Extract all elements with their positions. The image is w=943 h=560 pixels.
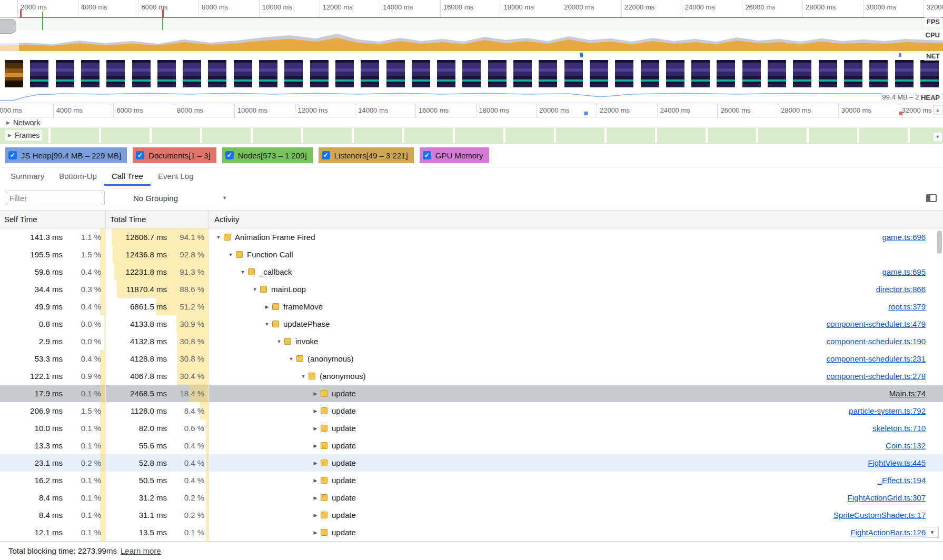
grid-scroll-down-button[interactable]: ▼	[926, 527, 939, 538]
overview-ruler[interactable]: 2000 ms4000 ms6000 ms8000 ms10000 ms1200…	[0, 0, 943, 17]
tab-summary[interactable]: Summary	[3, 167, 52, 186]
screenshot-thumbnail[interactable]	[539, 60, 557, 87]
source-link[interactable]: Coin.ts:132	[886, 441, 943, 450]
expander-icon[interactable]: ▶	[311, 513, 320, 518]
column-header-activity[interactable]: Activity	[209, 211, 943, 228]
expander-icon[interactable]: ▶	[263, 304, 271, 309]
screenshot-thumbnail[interactable]	[5, 60, 23, 87]
expander-icon[interactable]: ▶	[311, 530, 320, 535]
screenshot-thumbnail[interactable]	[691, 60, 710, 87]
table-row[interactable]: 49.9 ms 0.4 % 6861.5 ms 51.2 % ▶ frameMo…	[0, 298, 943, 315]
heap-overview-lane[interactable]: 99.4 MB – 229 MB HEAP	[0, 88, 943, 103]
screenshot-thumbnail[interactable]	[234, 60, 252, 87]
screenshot-thumbnail[interactable]	[844, 60, 862, 87]
screenshot-thumbnail[interactable]	[462, 60, 481, 87]
expander-icon[interactable]: ▶	[311, 426, 320, 431]
column-header-total-time[interactable]: Total Time	[106, 211, 209, 228]
expander-icon[interactable]: ▶	[311, 478, 320, 483]
checkbox-icon[interactable]: ✓	[423, 151, 431, 159]
screenshot-thumbnail[interactable]	[132, 60, 151, 87]
screenshot-thumbnail[interactable]	[56, 60, 74, 87]
screenshot-thumbnail[interactable]	[106, 60, 125, 87]
source-link[interactable]: particle-system.ts:792	[849, 406, 943, 415]
column-header-self-time[interactable]: Self Time	[0, 211, 106, 228]
screenshot-thumbnail[interactable]	[284, 60, 303, 87]
source-link[interactable]: component-scheduler.ts:479	[827, 319, 943, 328]
table-row[interactable]: 0.8 ms 0.0 % 4133.8 ms 30.9 % ▼ updatePh…	[0, 315, 943, 333]
source-link[interactable]: Main.ts:74	[889, 389, 943, 398]
table-row[interactable]: 23.1 ms 0.2 % 52.8 ms 0.4 % ▶ update Fig…	[0, 454, 943, 472]
overview-selection-handle[interactable]	[0, 19, 16, 34]
tab-event-log[interactable]: Event Log	[151, 167, 201, 186]
counter-toggle-js-heap[interactable]: ✓ JS Heap[99.4 MB – 229 MB]	[5, 147, 127, 163]
source-link[interactable]: FightActionGrid.ts:307	[848, 493, 943, 502]
expander-icon[interactable]: ▼	[275, 339, 283, 344]
screenshot-thumbnail[interactable]	[437, 60, 455, 87]
screenshot-thumbnail[interactable]	[920, 60, 939, 87]
source-link[interactable]: game.ts:695	[882, 267, 943, 276]
fps-overview-lane[interactable]: FPS	[0, 17, 943, 30]
screenshot-thumbnail[interactable]	[615, 60, 633, 87]
expander-icon[interactable]: ▶	[311, 443, 320, 448]
grid-scrollbar-thumb[interactable]	[937, 231, 942, 254]
screenshot-thumbnail[interactable]	[386, 60, 405, 87]
checkbox-icon[interactable]: ✓	[8, 151, 17, 159]
track-network[interactable]: ▶ Network	[0, 118, 943, 128]
table-row[interactable]: 8.4 ms 0.1 % 31.1 ms 0.2 % ▶ update Spri…	[0, 506, 943, 524]
screenshot-thumbnail[interactable]	[717, 60, 735, 87]
expander-icon[interactable]: ▶	[311, 408, 320, 414]
table-row[interactable]: 17.9 ms 0.1 % 2468.5 ms 18.4 % ▶ update …	[0, 385, 943, 402]
counter-toggle-nodes[interactable]: ✓ Nodes[573 – 1 209]	[222, 147, 313, 163]
expander-icon[interactable]: ▼	[251, 287, 259, 292]
expander-icon[interactable]: ▶	[311, 391, 320, 396]
table-row[interactable]: 10.0 ms 0.1 % 82.0 ms 0.6 % ▶ update ske…	[0, 419, 943, 437]
screenshot-thumbnail[interactable]	[895, 60, 914, 87]
screenshot-thumbnail[interactable]	[666, 60, 684, 87]
source-link[interactable]: component-scheduler.ts:231	[827, 354, 943, 363]
expander-icon[interactable]: ▼	[287, 356, 295, 362]
screenshot-thumbnail[interactable]	[768, 60, 786, 87]
screenshot-thumbnail[interactable]	[590, 60, 608, 87]
table-row[interactable]: 53.3 ms 0.4 % 4128.8 ms 30.8 % ▼ (anonym…	[0, 350, 943, 367]
screenshot-thumbnail[interactable]	[564, 60, 583, 87]
chevron-right-icon[interactable]: ▶	[6, 120, 10, 125]
chevron-right-icon[interactable]: ▶	[8, 133, 12, 138]
source-link[interactable]: root.ts:379	[888, 302, 943, 311]
table-row[interactable]: 2.9 ms 0.0 % 4132.8 ms 30.8 % ▼ invoke c…	[0, 333, 943, 350]
screenshot-thumbnail[interactable]	[208, 60, 226, 87]
expander-icon[interactable]: ▼	[263, 322, 271, 327]
expander-icon[interactable]: ▼	[214, 235, 223, 240]
show-sidebar-button[interactable]	[926, 194, 937, 202]
checkbox-icon[interactable]: ✓	[225, 151, 234, 159]
source-link[interactable]: director.ts:866	[876, 285, 943, 294]
screenshot-thumbnail[interactable]	[335, 60, 354, 87]
screenshot-thumbnail[interactable]	[488, 60, 507, 87]
table-row[interactable]: 12.1 ms 0.1 % 13.5 ms 0.1 % ▶ update Fig…	[0, 524, 943, 541]
table-row[interactable]: 8.4 ms 0.1 % 31.2 ms 0.2 % ▶ update Figh…	[0, 489, 943, 506]
checkbox-icon[interactable]: ✓	[136, 151, 144, 159]
screenshot-thumbnail[interactable]	[793, 60, 811, 87]
source-link[interactable]: SpriteCustomShader.ts:17	[833, 511, 943, 519]
filter-input[interactable]	[5, 191, 105, 205]
counter-toggle-gpu-memory[interactable]: ✓ GPU Memory	[420, 147, 489, 163]
source-link[interactable]: component-scheduler.ts:190	[827, 337, 943, 346]
track-frames[interactable]: ▶ Frames	[0, 128, 943, 143]
screenshot-thumbnail[interactable]	[259, 60, 277, 87]
scroll-up-button[interactable]: ▲	[933, 105, 942, 115]
table-row[interactable]: 13.3 ms 0.1 % 55.6 ms 0.4 % ▶ update Coi…	[0, 437, 943, 454]
screenshot-thumbnail[interactable]	[641, 60, 659, 87]
screenshot-thumbnail[interactable]	[819, 60, 837, 87]
table-row[interactable]: 59.6 ms 0.4 % 12231.8 ms 91.3 % ▼ _callb…	[0, 263, 943, 281]
scroll-down-button[interactable]: ▼	[933, 132, 942, 142]
source-link[interactable]: skeleton.ts:710	[872, 424, 943, 433]
screenshot-thumbnail[interactable]	[81, 60, 100, 87]
source-link[interactable]: FightView.ts:445	[868, 458, 943, 467]
screenshot-thumbnail[interactable]	[869, 60, 888, 87]
screenshot-thumbnail[interactable]	[183, 60, 201, 87]
table-row[interactable]: 122.1 ms 0.9 % 4067.8 ms 30.4 % ▼ (anony…	[0, 367, 943, 385]
source-link[interactable]: game.ts:696	[882, 233, 943, 242]
screenshot-filmstrip[interactable]	[0, 60, 943, 88]
expander-icon[interactable]: ▶	[311, 461, 320, 466]
screenshot-thumbnail[interactable]	[157, 60, 176, 87]
screenshot-thumbnail[interactable]	[30, 60, 48, 87]
